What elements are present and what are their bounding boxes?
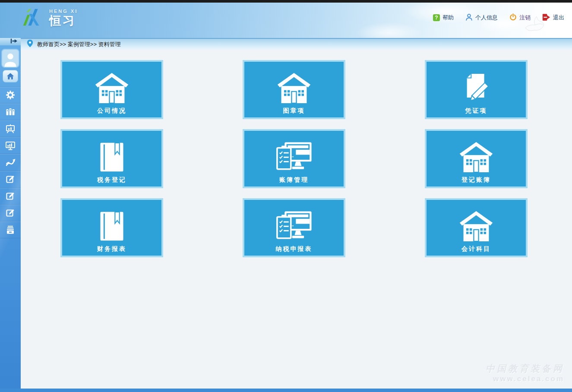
tile-label: 账簿管理 bbox=[279, 176, 309, 184]
collapse-sidebar-button[interactable] bbox=[0, 38, 21, 45]
hengxi-logo-icon bbox=[21, 6, 46, 29]
tile-tax-registration[interactable]: 税务登记 bbox=[60, 129, 163, 188]
sidebar-item-library[interactable] bbox=[0, 104, 21, 120]
sidebar-item-settings[interactable] bbox=[0, 87, 21, 104]
archive-drawer-icon bbox=[6, 225, 15, 234]
edit-icon bbox=[6, 175, 15, 184]
gear-icon bbox=[6, 90, 15, 100]
footer-strip bbox=[0, 389, 572, 392]
avatar[interactable] bbox=[1, 49, 19, 68]
watermark-site-url: www.celea.com bbox=[486, 374, 564, 383]
user-icon bbox=[465, 13, 473, 22]
tile-label: 会计科目 bbox=[461, 245, 491, 253]
edit-icon bbox=[6, 192, 15, 201]
tile-label: 凭证项 bbox=[465, 107, 487, 115]
exit-icon bbox=[542, 13, 550, 22]
house-icon bbox=[95, 70, 129, 103]
book-icon bbox=[100, 209, 124, 241]
document-pen-icon bbox=[463, 70, 490, 103]
tile-financial-statements[interactable]: 财务报表 bbox=[60, 198, 163, 257]
logo[interactable]: HENG XI 恒习 bbox=[21, 6, 78, 29]
edit-icon bbox=[6, 209, 15, 218]
tile-label: 登记账簿 bbox=[461, 176, 491, 184]
tile-company-info[interactable]: 公司情况 bbox=[60, 60, 163, 119]
site-watermark: 中国教育装备网 www.celea.com bbox=[486, 363, 564, 384]
logo-text-en: HENG XI bbox=[49, 9, 78, 14]
tile-label: 财务报表 bbox=[97, 245, 126, 253]
books-icon bbox=[6, 107, 15, 116]
tile-label: 税务登记 bbox=[97, 176, 126, 184]
logo-text: HENG XI 恒习 bbox=[49, 9, 78, 27]
power-icon bbox=[509, 13, 517, 22]
profile-label: 个人信息 bbox=[475, 14, 498, 22]
collapse-arrow-icon bbox=[10, 38, 18, 46]
tile-label: 公司情况 bbox=[97, 107, 126, 115]
tile-accounting-subjects[interactable]: 会计科目 bbox=[425, 198, 528, 257]
header-actions: ? 帮助 个人信息 注销 bbox=[433, 3, 564, 33]
logout-button[interactable]: 注销 bbox=[509, 13, 531, 22]
tile-voucher-items[interactable]: 凭证项 bbox=[425, 60, 528, 119]
sidebar-item-exercise-1[interactable] bbox=[0, 171, 21, 188]
sidebar-item-presentation[interactable] bbox=[0, 120, 21, 137]
tile-grid: 公司情况 图章项 凭证项 bbox=[21, 50, 572, 257]
exit-button[interactable]: 退出 bbox=[542, 13, 564, 22]
exit-label: 退出 bbox=[553, 14, 564, 22]
sidebar-item-archive[interactable] bbox=[0, 221, 21, 238]
tile-label: 纳税申报表 bbox=[276, 245, 313, 253]
profile-button[interactable]: 个人信息 bbox=[465, 13, 498, 22]
book-icon bbox=[100, 139, 124, 172]
breadcrumb[interactable]: 教师首页>> 案例管理>> 资料管理 bbox=[37, 41, 121, 48]
tile-ledger-management[interactable]: 账簿管理 bbox=[243, 129, 345, 188]
sidebar-menu bbox=[0, 86, 21, 238]
sidebar bbox=[0, 38, 21, 392]
sidebar-item-report[interactable] bbox=[0, 154, 21, 171]
report-swoosh-icon bbox=[6, 158, 16, 167]
header: HENG XI 恒习 ? 帮助 个人信息 bbox=[0, 3, 572, 38]
monitor-chart-icon bbox=[6, 141, 15, 150]
presentation-board-icon bbox=[6, 124, 15, 133]
help-icon: ? bbox=[433, 14, 440, 21]
monitor-checklist-icon bbox=[276, 209, 312, 241]
tile-stamp-items[interactable]: 图章项 bbox=[243, 60, 345, 119]
house-icon bbox=[277, 70, 311, 103]
breadcrumb-bar: 教师首页>> 案例管理>> 资料管理 bbox=[21, 38, 572, 50]
sidebar-item-exercise-2[interactable] bbox=[0, 188, 21, 205]
person-silhouette-icon bbox=[3, 51, 18, 67]
tile-label: 图章项 bbox=[283, 107, 305, 115]
logo-text-cn: 恒习 bbox=[49, 15, 78, 27]
sidebar-item-monitor[interactable] bbox=[0, 137, 21, 154]
home-button[interactable] bbox=[3, 70, 18, 82]
sidebar-item-exercise-3[interactable] bbox=[0, 205, 21, 221]
help-button[interactable]: ? 帮助 bbox=[433, 14, 454, 22]
watermark-site-name: 中国教育装备网 bbox=[486, 363, 564, 374]
help-label: 帮助 bbox=[442, 14, 454, 22]
main-content: 公司情况 图章项 凭证项 bbox=[21, 50, 572, 389]
home-icon bbox=[6, 73, 14, 80]
tile-register-ledger[interactable]: 登记账簿 bbox=[425, 129, 528, 188]
app-window: HENG XI 恒习 ? 帮助 个人信息 bbox=[0, 0, 572, 392]
monitor-checklist-icon bbox=[276, 139, 312, 172]
tile-tax-return[interactable]: 纳税申报表 bbox=[243, 198, 345, 257]
house-icon bbox=[459, 139, 493, 172]
location-pin-icon bbox=[27, 39, 33, 50]
house-icon bbox=[459, 209, 493, 241]
logout-label: 注销 bbox=[519, 14, 531, 22]
